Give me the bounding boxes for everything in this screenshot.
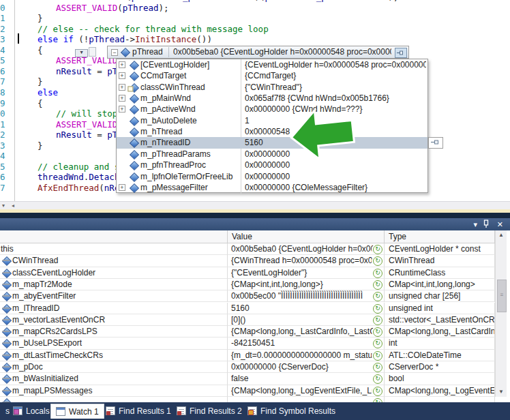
scroll-down-icon[interactable]: ▼ — [496, 387, 507, 397]
watch-type-cell[interactable]: int — [385, 338, 495, 349]
watch-type-cell[interactable]: unsigned char [256] — [385, 290, 495, 302]
watch-value-cell[interactable]: 5160↻ — [228, 303, 385, 314]
watch-value-cell[interactable]: {m_dt=0.00000000000000000 m_status=↻ — [228, 350, 385, 361]
refresh-icon[interactable]: ↻ — [373, 339, 382, 348]
watch-name-cell[interactable]: m_abyEventFilter — [0, 290, 228, 302]
scroll-up-icon[interactable]: ▲ — [496, 230, 507, 240]
refresh-icon[interactable]: ↻ — [373, 280, 382, 290]
watch-value-cell[interactable]: 0x00b5eba0 {CEventLogHolder h=0x000↻ — [228, 243, 385, 255]
watch-type-cell[interactable]: CEventLogHolder * const — [385, 243, 495, 255]
type-column-header[interactable]: Type — [385, 230, 495, 243]
datatip-row[interactable]: +m_pMessageFilter0x00000000 {COleMessage… — [117, 182, 427, 193]
datatip-row[interactable]: m_bAutoDelete1 — [117, 115, 427, 126]
datatip-row[interactable]: m_pfnThreadProc0x00000000 — [117, 160, 427, 170]
watch-name-cell[interactable]: m_lThreadID — [0, 303, 228, 314]
refresh-icon[interactable]: ↻ — [373, 363, 382, 372]
datatip-dropdown-icon[interactable]: ▼ — [75, 49, 88, 57]
watch-row[interactable]: m_mapTr2Mode{CMap<int,int,long,long>}↻CM… — [0, 279, 495, 290]
expand-icon[interactable]: + — [119, 106, 125, 112]
watch-name-cell[interactable]: m_mapCRs2CardsLPS — [0, 326, 228, 338]
watch-value-cell[interactable]: {CWinThread h=0x00000548 proc=0x000↻ — [228, 255, 385, 267]
watch-row[interactable]: m_pDoc0x00000000 {CServerDoc}↻CServerDoc… — [0, 361, 495, 373]
expand-icon[interactable]: + — [119, 184, 125, 191]
watch-value-cell[interactable]: [0]()↻ — [228, 314, 385, 326]
datatip-row[interactable]: +CCmdTarget{CCmdTarget} — [117, 70, 427, 81]
tab-find-results-2[interactable]: Find Results 2 — [172, 404, 247, 418]
watch-value-cell[interactable]: 0x00b5ec00 "ÌÌÌÌÌÌÌÌÌÌÌÌÌÌÌÌÌÌÌÌÌÌÌÌÌÌÌÌ… — [228, 290, 385, 302]
refresh-icon[interactable]: ↻ — [373, 245, 382, 254]
code-line[interactable]: } — [0, 13, 510, 24]
watch-name-cell[interactable]: m_pDoc — [0, 361, 228, 373]
watch-row[interactable]: CWinThread{CWinThread h=0x00000548 proc=… — [0, 255, 495, 267]
pin-to-source-icon[interactable] — [395, 48, 407, 58]
watch-type-cell[interactable]: std::vector<_LastEventOnCR,s — [385, 314, 495, 326]
edit-and-continue-icon[interactable] — [89, 47, 96, 57]
watch-type-cell[interactable]: CWinThread — [385, 255, 495, 267]
window-position-icon[interactable]: ▾ — [473, 220, 477, 229]
close-icon[interactable]: ✕ — [497, 220, 503, 229]
code-line[interactable]: else if (!pThread->InitInstance()) — [0, 34, 510, 45]
datatip-row-selected[interactable]: m_nThreadID5160 — [117, 137, 427, 148]
scrollbar-thumb[interactable]: ≡ — [497, 280, 507, 312]
watch-name-cell[interactable]: m_mapLPSMessages — [0, 385, 228, 397]
tab-find-results-1[interactable]: Find Results 1 — [101, 404, 176, 418]
watch-type-cell[interactable]: CRuntimeClass — [385, 267, 495, 279]
refresh-icon[interactable]: ↻ — [373, 269, 382, 278]
row-pin-button[interactable] — [428, 137, 443, 149]
watch-name-cell[interactable] — [0, 397, 228, 402]
watch-row[interactable]: ↻ — [0, 397, 495, 402]
vertical-scrollbar[interactable]: ▲ ≡ ▼ — [495, 230, 507, 397]
code-line[interactable]: // else -- check for thread with message… — [0, 24, 510, 35]
refresh-icon[interactable]: ↻ — [373, 387, 382, 396]
watch-titlebar[interactable]: ▾ ✕ — [0, 218, 510, 231]
watch-row[interactable]: m_bUseLPSExport-842150451↻int — [0, 338, 495, 349]
watch-value-cell[interactable]: {"CEventLogHolder"}↻ — [228, 267, 385, 279]
datatip-row[interactable]: +m_pMainWnd0x065af7f8 {CWnd hWnd=0x005b1… — [117, 93, 427, 104]
watch-value-cell[interactable]: {CMap<int,int,long,long>}↻ — [228, 279, 385, 290]
watch-name-cell[interactable]: m_mapTr2Mode — [0, 279, 228, 290]
watch-value-cell[interactable]: -842150451↻ — [228, 338, 385, 349]
watch-name-cell[interactable]: CWinThread — [0, 255, 228, 267]
expand-icon[interactable]: + — [119, 72, 125, 79]
watch-name-cell[interactable]: m_vectorLastEventOnCR — [0, 314, 228, 326]
watch-type-cell[interactable]: bool — [385, 373, 495, 385]
watch-row[interactable]: m_bWasInitializedfalse↻bool — [0, 373, 495, 385]
tab-watch-1[interactable]: Watch 1 — [50, 404, 104, 419]
datatip-options-widget[interactable]: ▼ — [75, 47, 98, 57]
watch-row[interactable]: m_mapLPSMessages{CMap<long,long,_LogEven… — [0, 385, 495, 397]
watch-type-cell[interactable]: CMap<long,long,_LogEventEx — [385, 385, 495, 397]
watch-type-cell[interactable]: CServerDoc * — [385, 361, 495, 373]
tab-find-symbol-results[interactable]: Find Symbol Results — [243, 404, 340, 418]
watch-type-cell[interactable]: CMap<long,long,_LastCardInf — [385, 326, 495, 338]
name-column-header[interactable] — [0, 230, 228, 243]
watch-value-cell[interactable]: 0x00000000 {CServerDoc}↻ — [228, 361, 385, 373]
expand-icon[interactable]: + — [119, 95, 125, 102]
watch-row[interactable]: m_abyEventFilter0x00b5ec00 "ÌÌÌÌÌÌÌÌÌÌÌÌ… — [0, 290, 495, 302]
watch-name-cell[interactable]: m_bWasInitialized — [0, 373, 228, 385]
watch-type-cell[interactable]: CMap<int,int,long,long> — [385, 279, 495, 290]
watch-row[interactable]: this0x00b5eba0 {CEventLogHolder h=0x000↻… — [0, 243, 495, 255]
watch-value-cell[interactable]: {CMap<long,long,_LastCardInfo,_LastC↻ — [228, 326, 385, 338]
refresh-icon[interactable]: ↻ — [373, 327, 382, 337]
watch-value-cell[interactable]: {CMap<long,long,_LogEventExtFile,_Lo↻ — [228, 385, 385, 397]
refresh-icon[interactable]: ↻ — [373, 374, 382, 384]
watch-name-cell[interactable]: this — [0, 243, 228, 255]
value-column-header[interactable]: Value — [228, 230, 385, 243]
code-line[interactable]: ASSERT_VALID(pThread); — [0, 3, 510, 14]
watch-type-cell[interactable] — [385, 397, 495, 402]
scroll-left-icon[interactable]: ◂ — [12, 202, 14, 209]
datatip-header[interactable]: − pThread 0x00b5eba0 {CEventLogHolder h=… — [107, 46, 409, 59]
refresh-icon[interactable]: ↻ — [373, 304, 382, 314]
expand-icon[interactable]: + — [119, 84, 125, 91]
watch-name-cell[interactable]: m_dtLastTimeCheckCRs — [0, 350, 228, 361]
splitter-dropdown-icon[interactable]: ▾ — [2, 202, 5, 209]
datatip-row[interactable]: m_pThreadParams0x00000000 — [117, 149, 427, 160]
pin-icon[interactable] — [483, 220, 490, 230]
watch-row[interactable]: m_mapCRs2CardsLPS{CMap<long,long,_LastCa… — [0, 326, 495, 338]
tab-locals[interactable]: Locals — [8, 404, 55, 418]
watch-value-cell[interactable]: ↻ — [228, 397, 385, 402]
refresh-icon[interactable]: ↻ — [373, 316, 382, 325]
datatip-row[interactable]: +m_pActiveWnd0x00000000 {CWnd hWnd=???} — [117, 104, 427, 115]
refresh-icon[interactable]: ↻ — [373, 292, 382, 301]
watch-type-cell[interactable]: unsigned int — [385, 303, 495, 314]
